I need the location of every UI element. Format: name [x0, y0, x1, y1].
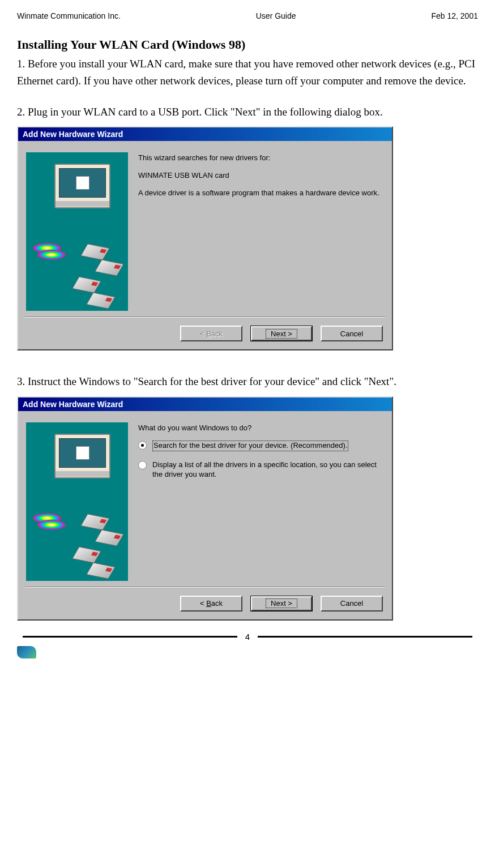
floppy-icon — [66, 246, 122, 310]
wizard-graphic — [26, 152, 128, 311]
winmate-logo — [17, 646, 478, 659]
radio-label-search: Search for the best driver for your devi… — [152, 441, 348, 451]
page-number: 4 — [237, 632, 258, 642]
back-button[interactable]: < Back — [180, 596, 242, 612]
add-hardware-wizard-dialog-2: Add New Hardware Wizard What do you want… — [17, 396, 393, 621]
wizard-graphic — [26, 422, 128, 581]
radio-button-icon — [138, 441, 147, 450]
wizard-prompt-text: What do you want Windows to do? — [138, 424, 382, 433]
cd-icon — [33, 243, 66, 256]
cd-icon — [33, 513, 66, 527]
back-button[interactable]: < Back — [180, 326, 242, 341]
footer-rule-right — [258, 636, 472, 638]
wizard-intro-text: This wizard searches for new drivers for… — [138, 153, 382, 163]
header-doc-title: User Guide — [256, 11, 296, 20]
dialog-titlebar: Add New Hardware Wizard — [18, 127, 392, 141]
next-button[interactable]: Next > — [250, 596, 313, 612]
radio-option-list[interactable]: Display a list of all the drivers in a s… — [138, 460, 382, 480]
header-company: Winmate Communication Inc. — [17, 11, 121, 20]
floppy-icon — [66, 516, 122, 580]
radio-label-list: Display a list of all the drivers in a s… — [152, 460, 382, 480]
winmate-logo-icon — [17, 646, 36, 659]
footer-rule-left — [23, 636, 237, 638]
step-2-text: 2. Plug in your WLAN card to a USB port.… — [17, 104, 478, 121]
dialog-titlebar: Add New Hardware Wizard — [18, 397, 392, 411]
monitor-icon — [54, 164, 110, 208]
detected-device-name: WINMATE USB WLAN card — [138, 171, 382, 181]
monitor-icon — [54, 434, 110, 478]
page-header: Winmate Communication Inc. User Guide Fe… — [17, 11, 478, 20]
header-date: Feb 12, 2001 — [431, 11, 478, 20]
next-button[interactable]: Next > — [250, 326, 313, 341]
add-hardware-wizard-dialog-1: Add New Hardware Wizard This wizard sear… — [17, 126, 393, 350]
wizard-description-text: A device driver is a software program th… — [138, 189, 382, 198]
section-title: Installing Your WLAN Card (Windows 98) — [17, 37, 478, 52]
step-3-text: 3. Instruct the Windows to "Search for t… — [17, 373, 478, 390]
step-1-text: 1. Before you install your WLAN card, ma… — [17, 55, 478, 90]
page-footer: 4 — [17, 632, 478, 659]
cancel-button[interactable]: Cancel — [321, 326, 383, 341]
cancel-button[interactable]: Cancel — [321, 596, 383, 612]
radio-button-icon — [138, 461, 147, 469]
radio-option-search[interactable]: Search for the best driver for your devi… — [138, 441, 382, 451]
